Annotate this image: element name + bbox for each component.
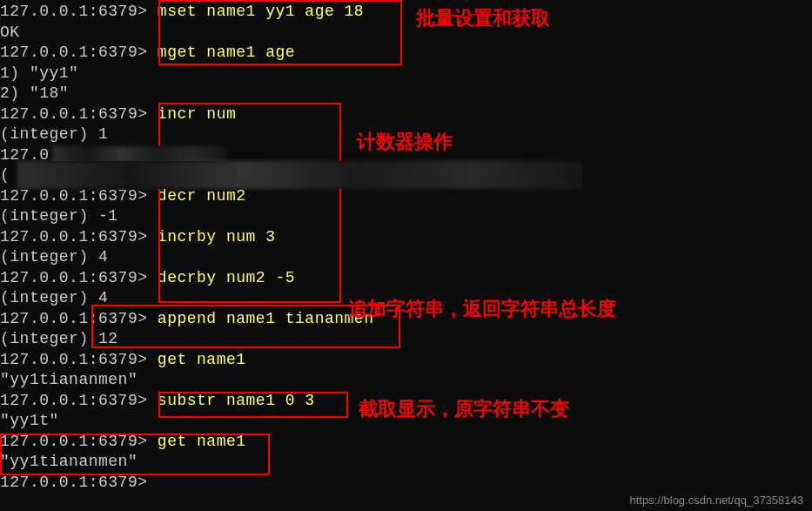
prompt: 127.0.0.1:6379> (0, 433, 158, 450)
terminal-line: (integer) -1 (0, 206, 812, 227)
result-text: "yy1tiananmen" (0, 453, 138, 470)
command-text: decr num2 (158, 187, 246, 205)
terminal-line: 127.0.0.1:6379> (0, 473, 812, 494)
prompt: 127.0.0.1:6379> (0, 351, 158, 368)
terminal-line: (integer) 4 (0, 288, 812, 309)
prompt: 127.0.0.1:6379> (0, 310, 158, 327)
terminal-line: 2) "18" (0, 84, 812, 104)
terminal-output[interactable]: 127.0.0.1:6379> mset name1 yy1 age 18OK1… (0, 0, 812, 494)
command-text: get name1 (158, 351, 246, 368)
terminal-line: 127.0.0.1:6379> incr num (0, 104, 812, 125)
terminal-line: 127.0.0.1:6379> substr name1 0 3 (0, 391, 812, 412)
result-text: (integer) 1 (0, 125, 108, 143)
terminal-line: "yy1tiananmen" (0, 452, 812, 473)
command-text: append name1 tiananmen (158, 310, 374, 327)
result-text: (integer) -1 (0, 207, 118, 225)
terminal-line: 127.0.0.1:6379> get name1 (0, 350, 812, 371)
terminal-line: "yy1t" (0, 411, 812, 432)
terminal-line: (integer) 4 (0, 247, 812, 268)
terminal-line: (integer) 1 (0, 124, 812, 145)
command-text: incrby num 3 (158, 228, 276, 245)
terminal-line: OK (0, 23, 812, 44)
terminal-line: 127.0.0.1:6379> decr num2 (0, 186, 812, 207)
terminal-line: 1) "yy1" (0, 64, 812, 84)
prompt: 127.0.0.1:6379> (0, 228, 158, 245)
result-text: 2) "18" (0, 84, 69, 102)
result-text: (integer) 4 (0, 289, 108, 306)
watermark: https://blog.csdn.net/qq_37358143 (630, 494, 804, 507)
result-text: "yy1t" (0, 412, 59, 429)
command-text: mset name1 yy1 age 18 (158, 3, 364, 20)
censored-block-2 (17, 161, 583, 189)
result-text: ( (0, 166, 10, 184)
prompt: 127.0.0.1:6379> (0, 3, 158, 20)
command-text: mget name1 age (158, 44, 295, 61)
prompt: 127.0.0.1:6379> (0, 269, 158, 286)
terminal-line: 127.0.0.1:6379> get name1 (0, 432, 812, 453)
terminal-line: 127.0.0.1:6379> incrby num 3 (0, 227, 812, 248)
terminal-line: 127.0.0.1:6379> mget name1 age (0, 43, 812, 64)
prompt: 127.0.0.1:6379> (0, 474, 158, 491)
terminal-line: 127.0.0.1:6379> append name1 tiananmen (0, 309, 812, 330)
command-text: decrby num2 -5 (158, 269, 295, 286)
terminal-line: (integer) 12 (0, 329, 812, 350)
command-text: substr name1 0 3 (158, 392, 315, 409)
result-text: (integer) 4 (0, 248, 108, 266)
prompt: 127.0.0.1:6379> (0, 44, 158, 61)
result-text: OK (0, 24, 20, 41)
result-text: (integer) 12 (0, 330, 118, 347)
result-text: 1) "yy1" (0, 64, 78, 82)
terminal-line: "yy1tiananmen" (0, 370, 812, 391)
prompt: 127.0.0.1:6379> (0, 392, 158, 409)
command-text: incr num (158, 105, 236, 123)
result-text: "yy1tiananmen" (0, 371, 138, 388)
terminal-line: 127.0.0.1:6379> mset name1 yy1 age 18 (0, 2, 812, 23)
prompt: 127.0.0.1:6379> (0, 187, 158, 205)
prompt: 127.0.0.1:6379> (0, 105, 158, 123)
terminal-line: 127.0.0.1:6379> decrby num2 -5 (0, 268, 812, 289)
command-text: get name1 (158, 433, 246, 450)
